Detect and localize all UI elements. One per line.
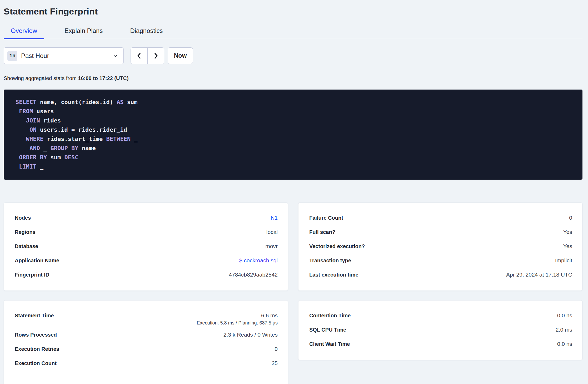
- stat-label: Full scan?: [309, 229, 335, 235]
- tab-overview[interactable]: Overview: [4, 24, 44, 39]
- stat-row: Fingerprint ID4784cb829aab2542: [15, 268, 278, 282]
- stat-value: local: [266, 229, 278, 235]
- chevron-right-icon: [152, 52, 159, 59]
- stat-value: Yes: [563, 229, 572, 235]
- page-title: Statement Fingerprint: [4, 6, 582, 17]
- stat-label: Fingerprint ID: [15, 272, 49, 278]
- caption-range: 16:00 to 17:22 (UTC): [78, 75, 128, 81]
- stat-value-link[interactable]: $ cockroach sql: [239, 257, 278, 264]
- stat-row: Execution Count25: [15, 356, 278, 370]
- sql-line: JOIN rides: [16, 116, 577, 125]
- chevron-down-icon: [112, 53, 118, 59]
- sql-line: AND _ GROUP BY name: [16, 144, 577, 153]
- stat-label: Application Name: [15, 258, 59, 264]
- time-range-badge: 1h: [7, 51, 17, 61]
- stat-label: Statement Time: [15, 313, 54, 319]
- tab-diagnostics[interactable]: Diagnostics: [123, 24, 170, 39]
- stat-label: Failure Count: [309, 215, 343, 221]
- stat-row: Regionslocal: [15, 225, 278, 239]
- previous-range-button[interactable]: [131, 48, 147, 64]
- summary-cards: NodesN1RegionslocalDatabasemovrApplicati…: [4, 203, 582, 384]
- sql-line: WHERE rides.start_time BETWEEN _: [16, 134, 577, 144]
- stat-row: Transaction typeImplicit: [309, 253, 572, 268]
- chevron-left-icon: [136, 52, 143, 59]
- time-range-nav: [131, 47, 164, 64]
- sql-statement-box: SELECT name, count(rides.id) AS sum FROM…: [4, 90, 582, 180]
- tab-bar: OverviewExplain PlansDiagnostics: [4, 24, 582, 39]
- time-range-label: Past Hour: [21, 52, 49, 60]
- stat-value: 25: [272, 360, 278, 366]
- now-button[interactable]: Now: [168, 47, 193, 64]
- stat-value: 4784cb829aab2542: [229, 272, 278, 278]
- stat-row: Databasemovr: [15, 239, 278, 253]
- sql-line: FROM users: [16, 107, 577, 116]
- time-range-select[interactable]: 1h Past Hour: [4, 47, 124, 64]
- stat-label: SQL CPU Time: [309, 327, 346, 333]
- stat-value: movr: [265, 243, 278, 249]
- stat-value-link[interactable]: N1: [271, 215, 278, 221]
- stat-sub-value: Execution: 5.8 ms / Planning: 687.5 µs: [15, 320, 278, 328]
- time-controls: 1h Past Hour Now: [4, 47, 582, 64]
- statement-details-card: NodesN1RegionslocalDatabasemovrApplicati…: [4, 203, 288, 291]
- sql-line: ORDER BY sum DESC: [16, 153, 577, 162]
- stat-row: Rows Processed2.3 k Reads / 0 Writes: [15, 328, 278, 342]
- wait-times-card: Contention Time0.0 nsSQL CPU Time2.0 msC…: [298, 300, 582, 360]
- stat-value: 0.0 ns: [557, 341, 572, 347]
- sql-line: ON users.id = rides.rider_id: [16, 125, 577, 134]
- stat-value: 2.3 k Reads / 0 Writes: [223, 332, 278, 338]
- stat-label: Database: [15, 243, 38, 249]
- statement-times-card: Statement Time6.6 msExecution: 5.8 ms / …: [4, 300, 288, 384]
- stat-row: NodesN1: [15, 211, 278, 225]
- aggregated-stats-caption: Showing aggregated stats from 16:00 to 1…: [4, 75, 582, 81]
- stat-label: Vectorized execution?: [309, 243, 365, 249]
- stat-label: Rows Processed: [15, 332, 57, 338]
- stat-label: Last execution time: [309, 272, 358, 278]
- stat-value: Apr 29, 2024 at 17:18 UTC: [506, 272, 572, 278]
- sql-statement-code: SELECT name, count(rides.id) AS sum FROM…: [16, 97, 577, 171]
- page: Statement Fingerprint OverviewExplain Pl…: [4, 0, 582, 384]
- execution-attributes-card: Failure Count0Full scan?YesVectorized ex…: [298, 203, 582, 291]
- stat-row: Client Wait Time0.0 ns: [309, 337, 572, 351]
- tab-explain-plans[interactable]: Explain Plans: [57, 24, 110, 39]
- stat-row: SQL CPU Time2.0 ms: [309, 323, 572, 337]
- stat-label: Nodes: [15, 215, 31, 221]
- stat-label: Execution Retries: [15, 346, 59, 352]
- stat-value: Yes: [563, 243, 572, 249]
- stat-row: Last execution timeApr 29, 2024 at 17:18…: [309, 268, 572, 282]
- sql-line: SELECT name, count(rides.id) AS sum: [16, 97, 577, 107]
- stat-value: 0: [275, 346, 278, 352]
- stat-value: 6.6 ms: [261, 312, 278, 319]
- next-range-button[interactable]: [147, 48, 164, 64]
- stat-row: Application Name$ cockroach sql: [15, 253, 278, 268]
- stat-value: 2.0 ms: [556, 327, 572, 333]
- stat-value: Implicit: [555, 257, 572, 264]
- stat-row: Failure Count0: [309, 211, 572, 225]
- stat-value: 0.0 ns: [557, 312, 572, 319]
- stat-label: Regions: [15, 229, 36, 235]
- stat-label: Contention Time: [309, 313, 351, 319]
- stat-row: Contention Time0.0 ns: [309, 308, 572, 323]
- stat-row: Vectorized execution?Yes: [309, 239, 572, 253]
- stat-label: Transaction type: [309, 258, 351, 264]
- stat-label: Execution Count: [15, 360, 57, 366]
- stat-value: 0: [569, 215, 572, 221]
- stat-row: Execution Retries0: [15, 342, 278, 356]
- stat-label: Client Wait Time: [309, 341, 350, 347]
- caption-prefix: Showing aggregated stats from: [4, 75, 77, 81]
- stat-row: Full scan?Yes: [309, 225, 572, 239]
- time-range-current: 1h Past Hour: [7, 51, 49, 61]
- sql-line: LIMIT _: [16, 162, 577, 171]
